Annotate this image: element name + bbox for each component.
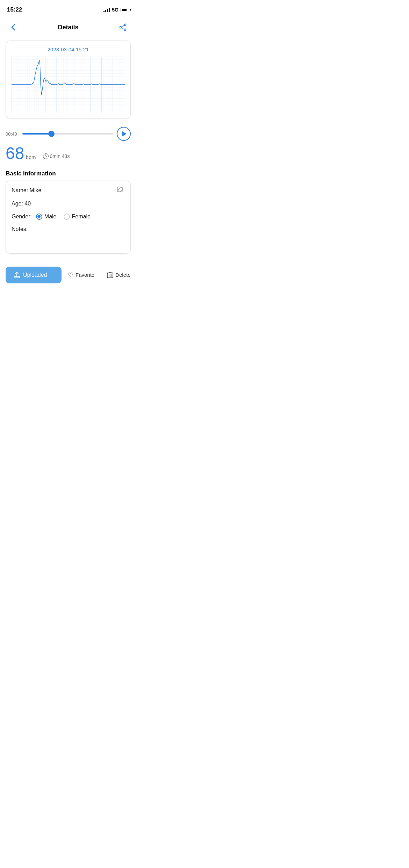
edit-button[interactable] (116, 186, 125, 195)
play-button[interactable] (117, 127, 131, 141)
notes-label: Notes: (12, 226, 28, 232)
bpm-row: 68 bpm 0min 48s (0, 142, 136, 167)
gender-male-dot (37, 215, 41, 218)
name-label: Name: (12, 187, 30, 193)
svg-line-4 (121, 28, 124, 29)
upload-label: Uploaded (23, 272, 47, 278)
gender-female-option[interactable]: Female (64, 214, 91, 220)
gender-label: Gender: (12, 214, 32, 220)
upload-icon (13, 272, 20, 279)
svg-line-3 (121, 25, 124, 27)
signal-icon (103, 7, 110, 12)
gender-female-label: Female (72, 214, 91, 220)
svg-point-0 (124, 24, 126, 26)
playback-controls: 00:40 (0, 122, 136, 142)
upload-button[interactable]: Uploaded (6, 267, 62, 283)
gender-male-radio[interactable] (36, 214, 42, 220)
name-row: Name: Mike (12, 187, 125, 194)
bpm-unit: bpm (26, 154, 36, 160)
ecg-card: 2023-03-04 15:21 (6, 41, 131, 118)
duration-value: 0min 48s (50, 153, 70, 159)
back-button[interactable] (7, 21, 20, 34)
bottom-actions: Uploaded ♡ Favorite Delete (0, 261, 136, 289)
trash-icon (107, 272, 113, 279)
favorite-button[interactable]: ♡ Favorite (62, 266, 101, 284)
name-value: Mike (30, 187, 42, 193)
playback-thumb[interactable] (48, 131, 55, 137)
playback-time: 00:40 (6, 131, 19, 137)
battery-icon (121, 8, 129, 12)
notes-row: Notes: (12, 225, 125, 246)
playback-slider[interactable] (22, 133, 113, 135)
status-bar: 15:22 5G (0, 0, 136, 17)
heart-icon: ♡ (68, 271, 73, 279)
gender-row: Gender: Male Female (12, 214, 125, 220)
age-value: 40 (24, 201, 31, 207)
clock-icon (43, 153, 49, 159)
delete-label: Delete (115, 272, 130, 278)
age-label: Age: (12, 201, 24, 207)
playback-progress (22, 133, 51, 135)
ecg-chart (12, 57, 125, 113)
svg-rect-8 (14, 276, 20, 278)
section-heading-basic-info: Basic information (0, 167, 136, 181)
duration-row: 0min 48s (43, 153, 70, 159)
svg-point-2 (124, 29, 126, 31)
share-button[interactable] (117, 21, 129, 34)
play-icon (122, 131, 127, 136)
svg-point-1 (120, 27, 122, 28)
delete-button[interactable]: Delete (101, 267, 136, 283)
gender-female-radio[interactable] (64, 214, 70, 220)
status-right: 5G (103, 7, 129, 13)
bpm-value: 68 (6, 145, 24, 162)
status-time: 15:22 (7, 6, 22, 13)
network-label: 5G (112, 7, 119, 13)
page-title: Details (58, 24, 78, 31)
nav-bar: Details (0, 17, 136, 37)
info-card: Name: Mike Age: 40 Gender: Male Female N… (6, 181, 131, 254)
age-row: Age: 40 (12, 200, 125, 208)
favorite-label: Favorite (76, 272, 94, 278)
gender-male-option[interactable]: Male (36, 214, 57, 220)
gender-male-label: Male (44, 214, 57, 220)
ecg-date: 2023-03-04 15:21 (12, 46, 125, 52)
